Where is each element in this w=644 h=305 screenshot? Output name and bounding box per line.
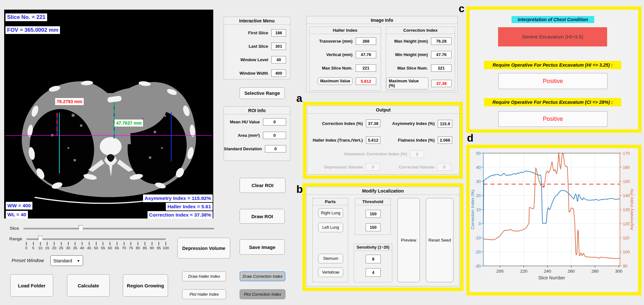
output-flatness-field[interactable]: 2.066 <box>438 136 452 144</box>
calculate-button[interactable]: Calculate <box>67 274 110 297</box>
range-slider[interactable] <box>26 238 166 240</box>
output-asymmetry-field[interactable]: 115.9 <box>438 120 452 128</box>
output-flatness-label: Flatness Index (%) <box>386 138 435 143</box>
output-corrected-label: Corrected Volume <box>386 165 434 169</box>
std-dev-field[interactable]: 0 <box>265 145 286 152</box>
svg-text:90: 90 <box>623 264 627 268</box>
window-level-field[interactable]: 40 <box>271 56 286 63</box>
sternum-button[interactable]: Sternum <box>318 254 343 263</box>
section-label-d: d <box>467 132 473 144</box>
correction-max-value-button[interactable]: Maximum Value (%) <box>386 77 428 89</box>
range-tick-mark <box>40 242 41 245</box>
min-height-row: Min Height (mm) 47.76 <box>386 51 455 58</box>
window-width-field[interactable]: 400 <box>271 70 286 77</box>
operative-hi-result[interactable]: Positive <box>498 73 607 89</box>
image-info-panel: Image Info Haller Index Transverse (mm) … <box>306 16 458 92</box>
draw-roi-button[interactable]: Draw ROI <box>240 209 285 224</box>
range-slider-ticks: 0510152025303540455055606570758085909510… <box>26 242 166 251</box>
draw-haller-index-button[interactable]: Draw Haller Index <box>182 271 226 281</box>
preset-window-label: Preset Window <box>12 258 44 263</box>
region-growing-button[interactable]: Region Growing <box>123 274 168 297</box>
chevron-down-icon: ▼ <box>77 259 80 263</box>
haller-max-value-button[interactable]: Maximum Value <box>318 77 353 85</box>
depression-volume-button[interactable]: Depression Volume <box>177 238 230 259</box>
save-image-button[interactable]: Save Image <box>240 239 285 255</box>
left-lung-button[interactable]: Left Lung <box>318 223 343 232</box>
svg-text:170: 170 <box>623 151 630 156</box>
output-correction-field[interactable]: 37.38 <box>366 120 380 127</box>
correction-max-slice-field[interactable]: 221 <box>431 64 452 72</box>
output-depression-label: Depression Volume <box>315 165 363 169</box>
range-tick-mark <box>145 242 145 245</box>
vertical-field[interactable]: 47.76 <box>356 51 376 58</box>
selective-range-button[interactable]: Selective Range <box>240 87 285 99</box>
require-operative-hi-label: Require Operative For Pectus Excavatum (… <box>484 61 621 69</box>
modify-localization-title: Modify Localization <box>307 187 459 195</box>
output-panel: Output Correction Index (%) 37.38 Asymme… <box>307 106 460 175</box>
threshold-field-2[interactable]: 150 <box>366 223 381 231</box>
output-corrected-field: 0 <box>437 163 451 171</box>
range-tick-mark <box>117 242 117 245</box>
haller-max-value-row: Maximum Value 5.612 <box>309 77 381 85</box>
range-tick-label: 100 <box>161 246 170 250</box>
output-haller-field[interactable]: 5.612 <box>366 136 380 144</box>
max-height-field[interactable]: 76.28 <box>431 37 452 45</box>
section-label-c: c <box>459 3 464 15</box>
correction-max-value-field: 37.38 <box>431 80 452 87</box>
preview-button[interactable]: Preview <box>397 198 420 282</box>
interactive-menu-panel: Interactive Menu First Slice 186 Last Sl… <box>224 17 290 79</box>
index-plot-chart: -30-20-100102030405090100110120130140150… <box>470 149 638 292</box>
range-tick-mark <box>103 242 103 245</box>
require-operative-ci-label: Require Operative For Pectus Excavatum (… <box>484 98 621 106</box>
haller-index-subpanel: Haller Index Transverse (mm) 268 Vertica… <box>309 27 381 91</box>
svg-text:130: 130 <box>623 207 630 212</box>
sensitivity-subpanel: Sensitivity (1~20) 8 4 <box>354 244 392 282</box>
right-lung-button[interactable]: Right Lung <box>318 208 343 218</box>
sensitivity-field-2[interactable]: 4 <box>366 268 381 277</box>
preset-window-dropdown[interactable]: Standard ▼ <box>50 255 83 266</box>
transverse-row: Transverse (mm) 268 <box>309 37 381 45</box>
area-field[interactable]: 0 <box>263 132 286 139</box>
image-info-title: Image Info <box>307 16 457 24</box>
range-tick-mark <box>158 242 159 245</box>
reset-seed-button[interactable]: Reset Seed <box>426 198 453 282</box>
wl-overlay: WL = 40 <box>6 211 28 218</box>
plot-correction-index-button[interactable]: Plot Correction Index <box>240 289 285 299</box>
range-slider-thumb[interactable] <box>38 236 43 242</box>
svg-text:Asymmetry Index (%): Asymmetry Index (%) <box>629 189 634 230</box>
mean-hu-field[interactable]: 0 <box>263 118 286 126</box>
last-slice-field[interactable]: 301 <box>271 43 286 50</box>
ww-overlay: WW = 400 <box>6 202 32 210</box>
asymmetry-index-overlay: Asymmetry Index = 115.92% <box>143 194 213 202</box>
haller-max-slice-field[interactable]: 221 <box>356 64 376 72</box>
load-folder-button[interactable]: Load Folder <box>10 274 53 297</box>
std-dev-label: Standard Deviation <box>224 146 262 151</box>
slice-slider[interactable] <box>23 228 214 229</box>
pectus-analysis-app: Slice No. = 221 FOV = 365.0002 mm 76.279… <box>0 0 644 305</box>
draw-correction-index-button[interactable]: Draw Correction Index <box>240 271 285 281</box>
clear-roi-button[interactable]: Clear ROI <box>240 178 285 193</box>
vertebrae-button[interactable]: Vertebrae <box>318 268 343 277</box>
range-tick-mark <box>124 242 124 245</box>
operative-ci-result[interactable]: Positive <box>498 111 607 127</box>
sensitivity-field-1[interactable]: 8 <box>366 255 381 263</box>
vertical-row: Vertical (mm) 47.76 <box>309 51 381 58</box>
threshold-subtitle: Threshold <box>355 198 391 205</box>
ct-viewer: Slice No. = 221 FOV = 365.0002 mm 76.279… <box>4 10 213 218</box>
transverse-field[interactable]: 268 <box>356 37 376 45</box>
slice-slider-thumb[interactable] <box>79 225 83 232</box>
threshold-field-1[interactable]: 150 <box>366 210 381 218</box>
plot-haller-index-button[interactable]: Plot Haller Index <box>182 289 226 299</box>
last-slice-label: Last Slice <box>249 44 268 49</box>
first-slice-field[interactable]: 186 <box>271 29 286 37</box>
svg-text:0: 0 <box>479 221 481 226</box>
svg-text:20: 20 <box>476 193 481 198</box>
svg-text:40: 40 <box>476 165 481 170</box>
window-level-row: Window Level 40 <box>224 56 290 63</box>
slice-slider-label: Slice <box>10 226 19 231</box>
range-tick-mark <box>75 242 75 245</box>
area-label: Area (mm²) <box>238 133 260 138</box>
haller-index-subtitle: Haller Index <box>309 27 381 34</box>
min-height-field[interactable]: 47.76 <box>431 51 452 58</box>
output-correction-label: Correction Index (%) <box>315 121 363 126</box>
